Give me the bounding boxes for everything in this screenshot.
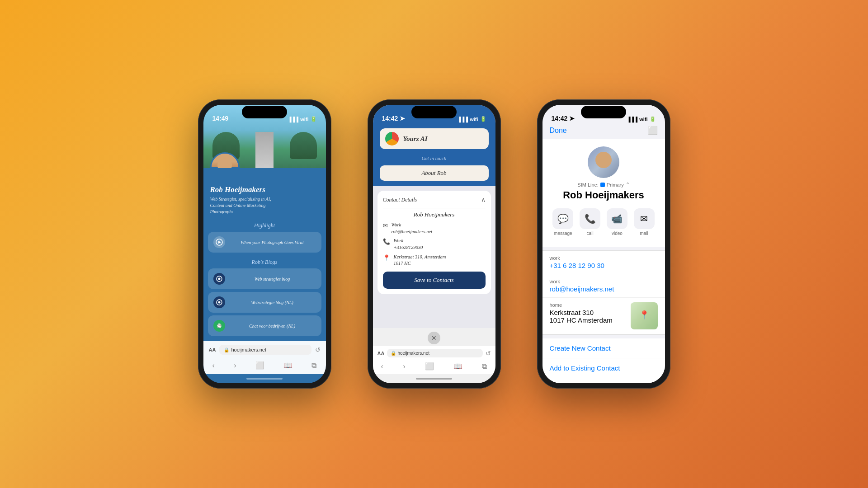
share-icon-1[interactable]: ⬜ xyxy=(255,361,264,370)
done-btn[interactable]: Done xyxy=(550,127,567,135)
work-phone-row: work +31 6 28 12 90 30 xyxy=(542,251,665,274)
url-text-2: hoeijmakers.net xyxy=(397,351,429,356)
road xyxy=(255,132,274,168)
phone-3: 14:42 ➤ ▐▐▐ wifi 🔋 Done ⬜ xyxy=(537,99,670,389)
yourl-text: Yourz AI xyxy=(403,135,428,143)
bookmarks-icon-1[interactable]: 📖 xyxy=(283,361,292,370)
address-row: 📍 Kerkstraat 310, Amsterdam1017 HC xyxy=(383,254,486,267)
highlight-card-text: When your Photograph Goes Viral xyxy=(229,240,316,245)
tabs-icon-2[interactable]: ⧉ xyxy=(482,362,487,371)
blog-card-1[interactable]: Web strategies blog xyxy=(208,268,321,289)
chevron-icon[interactable]: ∧ xyxy=(481,196,486,203)
work-email-value[interactable]: rob@hoeijmakers.net xyxy=(550,285,658,293)
url-bar-1[interactable]: 🔒 hoeijmakers.net xyxy=(219,345,311,355)
nav-bar-2: ‹ › ⬜ 📖 ⧉ xyxy=(373,360,495,374)
add-existing-contact-btn[interactable]: Add to Existing Contact xyxy=(542,358,665,378)
home-address-row: home Kerkstraat 310 1017 HC Amsterdam 📍 xyxy=(542,298,665,334)
blog-card-3[interactable]: 💬 Chat voor bedrijven (NL) xyxy=(208,315,321,336)
battery-3: 🔋 xyxy=(650,116,656,122)
home-label: home xyxy=(550,302,613,308)
back-icon-2[interactable]: ‹ xyxy=(381,362,383,371)
email-info: Work rob@hoeijmakers.net xyxy=(392,222,433,235)
url-bar-section-2: AA 🔒 hoeijmakers.net ↺ xyxy=(373,346,495,360)
lock-icon-1: 🔒 xyxy=(224,347,229,352)
profile-desc: Web Strategist, specialising in AI,Conte… xyxy=(210,196,319,215)
forward-icon-2[interactable]: › xyxy=(403,362,405,371)
back-icon-1[interactable]: ‹ xyxy=(212,361,215,370)
call-icon: 📞 xyxy=(580,208,600,229)
home-bar-2 xyxy=(416,378,452,380)
address-content: home Kerkstraat 310 1017 HC Amsterdam xyxy=(550,302,613,324)
svg-text:💬: 💬 xyxy=(217,324,222,328)
share-btn-3[interactable]: ⬜ xyxy=(648,126,658,136)
time-2: 14:42 ➤ xyxy=(382,115,406,122)
aa-label-1: AA xyxy=(209,347,216,352)
mail-label: mail xyxy=(640,231,648,236)
status-icons-1: ▐▐▐ wifi 🔋 xyxy=(288,116,317,122)
work-phone-value[interactable]: +31 6 28 12 90 30 xyxy=(550,262,658,269)
blog-icon-2 xyxy=(213,296,225,308)
blog-icon-3: 💬 xyxy=(213,320,225,332)
dynamic-island-1 xyxy=(242,106,287,118)
close-btn[interactable]: ✕ xyxy=(428,332,440,344)
url-bar-2[interactable]: 🔒 hoeijmakers.net xyxy=(387,349,482,357)
create-new-contact-btn[interactable]: Create New Contact xyxy=(542,338,665,358)
close-bar: ✕ xyxy=(373,328,495,346)
battery-2: 🔋 xyxy=(480,116,486,122)
wifi-3: wifi xyxy=(639,117,647,122)
phone-2: 14:42 ➤ ▐▐▐ wifi 🔋 Yourz AI Get in touch… xyxy=(368,99,501,389)
nav-bar-1: ‹ › ⬜ 📖 ⧉ xyxy=(203,358,326,374)
svg-point-5 xyxy=(218,301,220,304)
contact-name: Rob Hoeijmakers xyxy=(383,211,486,218)
email-icon: ✉ xyxy=(383,222,388,229)
message-action[interactable]: 💬 message xyxy=(552,208,573,236)
reload-icon-2[interactable]: ↺ xyxy=(486,350,491,357)
yourl-bar[interactable]: Yourz AI xyxy=(380,128,489,149)
highlight-title: Highlight xyxy=(203,222,326,229)
map-thumbnail[interactable]: 📍 xyxy=(631,302,658,329)
sim-label: SIM Line: xyxy=(577,182,598,188)
forward-icon-1[interactable]: › xyxy=(234,361,236,370)
contact-name-3: Rob Hoeijmakers xyxy=(550,189,658,201)
avatar-3 xyxy=(588,146,619,178)
call-action[interactable]: 📞 call xyxy=(580,208,600,236)
contact-details-card: Contact Details ∧ Rob Hoeijmakers ✉ Work… xyxy=(377,191,491,294)
phone-1: 14:49 ▐▐▐ wifi 🔋 xyxy=(198,99,331,389)
mail-icon: ✉ xyxy=(634,208,655,229)
profile-section: Rob Hoeijmakers Web Strategist, speciali… xyxy=(203,168,326,219)
highlight-card[interactable]: When your Photograph Goes Viral xyxy=(208,232,321,253)
save-to-contacts-btn[interactable]: Save to Contacts xyxy=(383,272,486,289)
mail-action[interactable]: ✉ mail xyxy=(634,208,655,236)
sim-dot xyxy=(600,183,605,187)
phone-info: Work +31628129030 xyxy=(394,238,423,251)
signal-2: ▐▐▐ xyxy=(458,117,468,122)
video-action[interactable]: 📹 video xyxy=(607,208,627,236)
video-label: video xyxy=(612,231,623,236)
contact-actions-list: Create New Contact Add to Existing Conta… xyxy=(542,338,665,383)
work-phone-label: work xyxy=(550,255,658,261)
share-icon-2[interactable]: ⬜ xyxy=(425,362,434,371)
work-email-label: work xyxy=(550,279,658,284)
contact-card-3: SIM Line: Primary ⌃ Rob Hoeijmakers 💬 me… xyxy=(542,139,665,247)
email-row: ✉ Work rob@hoeijmakers.net xyxy=(383,222,486,235)
aa-label-2: AA xyxy=(377,351,385,356)
blog-card-2[interactable]: Webstrategie blog (NL) xyxy=(208,292,321,313)
signal-icon-1: ▐▐▐ xyxy=(288,117,298,122)
phone3-nav: Done ⬜ xyxy=(542,125,665,139)
sim-arrow: ⌃ xyxy=(626,182,630,188)
call-label: call xyxy=(587,231,594,236)
update-contact-btn[interactable]: Update Contact "Rob Hoeijmakers" xyxy=(542,378,665,383)
about-rob-btn[interactable]: About Rob xyxy=(380,165,489,181)
bookmarks-icon-2[interactable]: 📖 xyxy=(453,362,462,371)
contact-header: Contact Details ∧ xyxy=(383,196,486,203)
battery-icon-1: 🔋 xyxy=(311,116,317,122)
blog-text-2: Webstrategie blog (NL) xyxy=(229,300,316,305)
address-line1: Kerkstraat 310 xyxy=(550,309,613,316)
divider-1 xyxy=(383,208,486,208)
dynamic-island-2 xyxy=(411,106,457,118)
reload-icon-1[interactable]: ↺ xyxy=(315,346,321,353)
address-info: Kerkstraat 310, Amsterdam1017 HC xyxy=(394,254,446,267)
message-icon: 💬 xyxy=(552,208,573,229)
tabs-icon-1[interactable]: ⧉ xyxy=(311,361,316,370)
location-icon: 📍 xyxy=(383,254,390,261)
